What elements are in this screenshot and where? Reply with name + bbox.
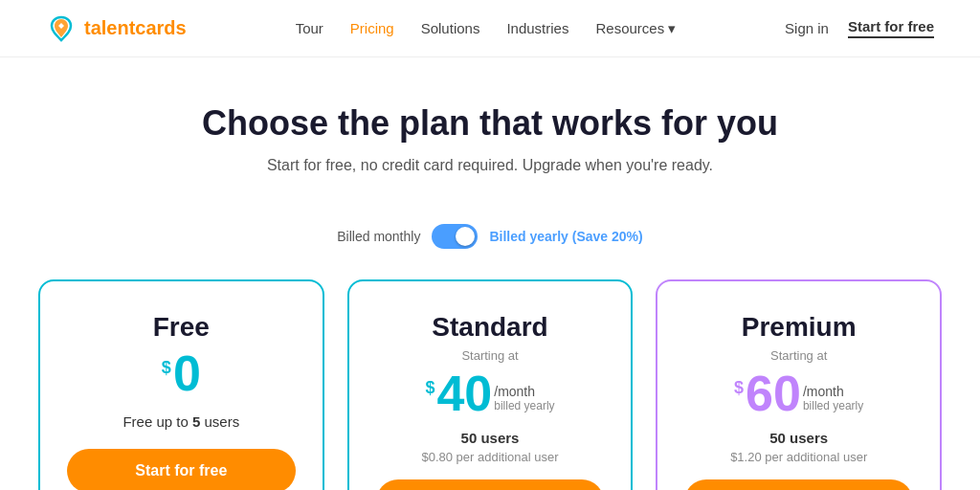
- plan-standard-cta[interactable]: Start for free: [376, 479, 605, 490]
- billing-toggle: Billed monthly Billed yearly (Save 20%): [0, 224, 980, 249]
- billing-yearly-label: Billed yearly (Save 20%): [489, 229, 642, 244]
- hero-section: Choose the plan that works for you Start…: [0, 57, 980, 197]
- plan-premium: Premium Starting at $ 60 /month billed y…: [656, 279, 942, 490]
- chevron-down-icon: ▾: [668, 20, 676, 37]
- billing-monthly-label: Billed monthly: [337, 229, 420, 244]
- plan-free-amount: 0: [173, 348, 201, 398]
- navbar: talentcards Tour Pricing Solutions Indus…: [0, 0, 980, 57]
- plan-premium-price: $ 60 /month billed yearly: [684, 368, 913, 418]
- plan-premium-users: 50 users: [684, 430, 913, 446]
- plan-premium-additional: $1.20 per additional user: [684, 450, 913, 464]
- save-badge: (Save 20%): [572, 229, 643, 244]
- plan-premium-title: Premium: [684, 312, 913, 343]
- plan-premium-starting: Starting at: [684, 348, 913, 363]
- plan-free-dollar: $: [162, 358, 171, 378]
- plan-free: Free $ 0 Free up to 5 users Start for fr…: [38, 279, 324, 490]
- start-free-link[interactable]: Start for free: [848, 18, 934, 38]
- plan-standard-suffix: /month billed yearly: [494, 384, 554, 412]
- plan-standard-users: 50 users: [376, 430, 605, 446]
- nav-resources[interactable]: Resources ▾: [595, 20, 676, 37]
- plan-standard-amount: 40: [436, 368, 492, 418]
- plan-standard-dollar: $: [425, 378, 434, 398]
- plan-standard: Standard Starting at $ 40 /month billed …: [347, 279, 634, 490]
- pricing-cards: Free $ 0 Free up to 5 users Start for fr…: [0, 279, 980, 490]
- plan-standard-title: Standard: [376, 312, 605, 343]
- hero-heading: Choose the plan that works for you: [19, 103, 961, 144]
- plan-premium-suffix: /month billed yearly: [803, 384, 863, 412]
- plan-standard-price: $ 40 /month billed yearly: [376, 368, 605, 418]
- billing-toggle-switch[interactable]: [432, 224, 478, 249]
- plan-free-cta[interactable]: Start for free: [67, 449, 296, 490]
- nav-right: Sign in Start for free: [785, 18, 934, 38]
- nav-industries[interactable]: Industries: [506, 20, 568, 36]
- signin-link[interactable]: Sign in: [785, 20, 829, 36]
- nav-solutions[interactable]: Solutions: [421, 20, 480, 36]
- plan-standard-additional: $0.80 per additional user: [376, 450, 605, 464]
- plan-standard-starting: Starting at: [376, 348, 605, 363]
- hero-subheading: Start for free, no credit card required.…: [19, 157, 961, 174]
- plan-free-title: Free: [67, 312, 296, 343]
- logo-text: talentcards: [84, 17, 187, 39]
- plan-free-price: $ 0: [67, 348, 296, 398]
- nav-links: Tour Pricing Solutions Industries Resour…: [296, 20, 677, 37]
- plan-free-users: Free up to 5 users: [67, 413, 296, 430]
- logo-icon: [46, 13, 77, 44]
- nav-pricing[interactable]: Pricing: [350, 20, 394, 36]
- nav-tour[interactable]: Tour: [296, 20, 323, 36]
- plan-premium-amount: 60: [746, 368, 801, 418]
- plan-premium-dollar: $: [734, 378, 744, 398]
- logo[interactable]: talentcards: [46, 13, 187, 44]
- plan-premium-cta[interactable]: Start for free: [684, 479, 913, 490]
